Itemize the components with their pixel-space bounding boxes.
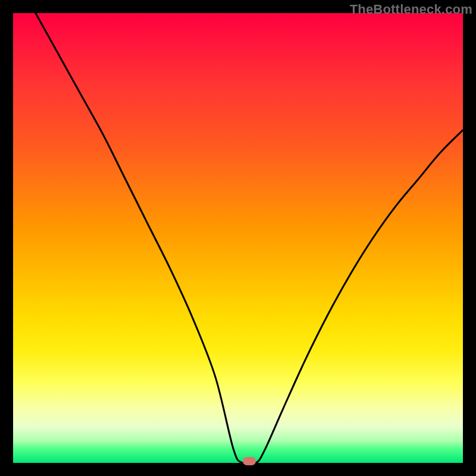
watermark-text: TheBottleneck.com [350, 2, 472, 17]
curve-svg [13, 13, 463, 463]
chart-container: TheBottleneck.com [0, 0, 476, 476]
plot-area [13, 13, 463, 463]
optimal-marker [243, 457, 256, 465]
bottleneck-curve [36, 13, 463, 463]
